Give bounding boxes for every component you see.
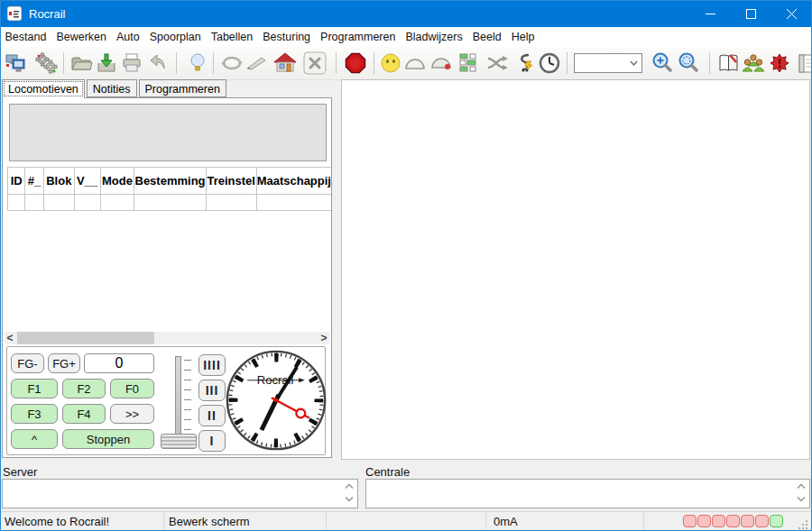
indicator-red	[755, 515, 769, 527]
centrale-scroll-down-icon[interactable]	[796, 496, 807, 502]
alert-badge-icon[interactable]	[768, 51, 791, 75]
throttle-panel: FG- FG+ 0 F1 F2 F0 F3 F4 >> ^ Stoppen II…	[6, 346, 326, 455]
status-divider	[485, 512, 486, 531]
tab-programmeren[interactable]: Programmeren	[139, 79, 226, 97]
window-title: Rocrail	[29, 7, 65, 21]
slider-ticks	[184, 360, 191, 432]
menu-tabellen[interactable]: Tabellen	[206, 28, 258, 46]
menu-help[interactable]: Help	[506, 28, 540, 46]
tab-notities[interactable]: Notities	[87, 79, 137, 97]
draw-icon[interactable]	[245, 51, 268, 75]
minimize-button[interactable]	[690, 0, 731, 27]
scroll-left-icon[interactable]: <	[5, 332, 15, 344]
scroll-right-icon[interactable]: >	[318, 332, 329, 344]
server-scroll-up-icon[interactable]	[344, 483, 355, 490]
centrale-scroll-up-icon[interactable]	[796, 483, 807, 490]
col-treinstel[interactable]: Treinstel	[206, 168, 256, 195]
indicator-red	[697, 515, 711, 527]
workstation-icon[interactable]	[5, 51, 28, 75]
col-mode[interactable]: Mode	[100, 168, 134, 195]
status-divider	[163, 512, 164, 531]
f3-button[interactable]: F3	[11, 404, 58, 424]
toolbar-separator	[176, 52, 177, 74]
menu-bestand[interactable]: Bestand	[0, 28, 51, 46]
scrollbar-thumb[interactable]	[17, 332, 154, 344]
resize-grip[interactable]	[798, 520, 807, 529]
menu-bewerken[interactable]: Bewerken	[51, 28, 112, 46]
mouse-select-icon[interactable]	[429, 51, 453, 75]
speed-display[interactable]: 0	[84, 353, 154, 373]
statusbar: Welcome to Rocrail! Bewerk scherm 0mA	[0, 511, 812, 531]
server-label: Server	[3, 465, 37, 479]
menu-programmeren[interactable]: Programmeren	[316, 28, 401, 46]
slider-thumb[interactable]	[161, 434, 197, 449]
close-button[interactable]	[771, 0, 812, 27]
step-II-button[interactable]: II	[198, 405, 226, 426]
print-icon[interactable]	[120, 51, 143, 75]
notes-icon[interactable]	[798, 51, 812, 75]
mouse-icon[interactable]	[403, 51, 427, 75]
f0-button[interactable]: F0	[110, 379, 154, 398]
loco-image-preview	[9, 104, 327, 161]
indicator-red	[712, 515, 725, 527]
col-v[interactable]: V__	[74, 168, 100, 195]
status-mode: Bewerk scherm	[169, 515, 250, 528]
emergency-stop-icon[interactable]	[344, 51, 367, 75]
step-III-button[interactable]: III	[198, 380, 226, 401]
fg-minus-button[interactable]: FG-	[11, 353, 44, 373]
close-tab-icon[interactable]	[303, 51, 327, 75]
shuffle-icon[interactable]	[485, 51, 509, 75]
blocks-icon[interactable]	[457, 51, 480, 75]
horizontal-scrollbar[interactable]: < >	[5, 332, 329, 344]
smiley-icon[interactable]	[379, 51, 402, 75]
col-blok[interactable]: Blok	[43, 168, 74, 195]
status-divider	[326, 512, 327, 531]
menu-besturing[interactable]: Besturing	[258, 28, 316, 46]
loop-icon[interactable]	[220, 51, 244, 75]
toolbar-combobox[interactable]	[574, 53, 642, 73]
stop-button[interactable]: Stoppen	[62, 429, 154, 449]
toolbar-separator	[63, 52, 64, 74]
server-scroll-down-icon[interactable]	[344, 496, 355, 502]
step-I-button[interactable]: I	[198, 430, 226, 452]
tab-locomotieven[interactable]: Locomotieven	[2, 79, 85, 98]
col-addr[interactable]: #_	[25, 168, 44, 195]
f1-button[interactable]: F1	[11, 379, 58, 398]
settings-gears-icon[interactable]	[34, 51, 58, 75]
book-icon[interactable]	[717, 51, 741, 75]
menu-beeld[interactable]: Beeld	[467, 28, 506, 46]
maximize-button[interactable]	[731, 0, 771, 27]
f4-button[interactable]: F4	[62, 404, 106, 424]
step-IIII-button[interactable]: IIII	[198, 354, 226, 376]
centrale-log[interactable]	[365, 479, 810, 508]
server-log[interactable]	[2, 479, 358, 508]
tab-label: Notities	[93, 83, 131, 96]
toolbar-separator	[213, 52, 214, 74]
home-icon[interactable]	[273, 51, 297, 75]
save-icon[interactable]	[95, 51, 118, 75]
programming-icon[interactable]	[513, 51, 537, 75]
locomotives-panel: ID #_ Blok V__ Mode Bestemming Treinstel…	[2, 97, 332, 458]
menu-bladwijzers[interactable]: Bladwijzers	[401, 28, 467, 46]
clock-icon[interactable]	[538, 51, 561, 75]
users-icon[interactable]	[742, 51, 765, 75]
menu-auto[interactable]: Auto	[111, 28, 144, 46]
power-bulb-icon[interactable]	[186, 51, 209, 75]
open-folder-icon[interactable]	[69, 51, 93, 75]
zoom-in-icon[interactable]	[651, 51, 674, 75]
col-bestemming[interactable]: Bestemming	[134, 168, 207, 195]
direction-button[interactable]: ^	[11, 429, 58, 449]
layout-canvas[interactable]	[341, 79, 810, 460]
menu-spoorplan[interactable]: Spoorplan	[144, 28, 206, 46]
fg-plus-button[interactable]: FG+	[48, 353, 80, 373]
f2-button[interactable]: F2	[62, 379, 106, 398]
toolbar-separator	[709, 52, 710, 74]
col-id[interactable]: ID	[8, 168, 25, 195]
zoom-fit-icon[interactable]	[677, 51, 700, 75]
shift-button[interactable]: >>	[110, 404, 154, 424]
indicator-red	[726, 515, 740, 527]
col-maatschappij[interactable]: Maatschappij	[256, 168, 331, 195]
status-message: Welcome to Rocrail!	[5, 515, 109, 528]
table-row[interactable]	[8, 195, 332, 211]
undo-icon[interactable]	[145, 51, 169, 75]
